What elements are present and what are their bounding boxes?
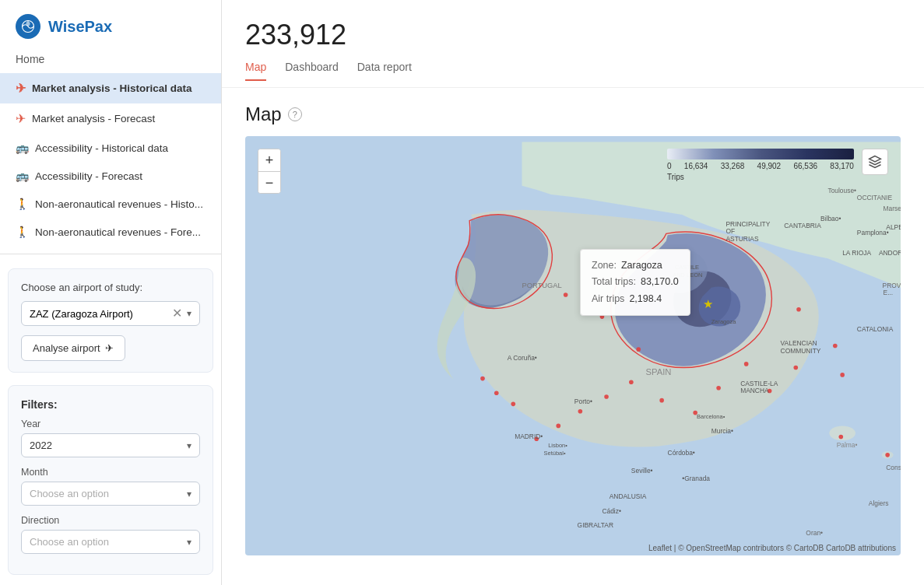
svg-text:SPAIN: SPAIN <box>646 367 672 377</box>
airport-chevron-icon: ▾ <box>187 308 191 319</box>
nav-item-accessibility-historical[interactable]: 🚌 Accessibility - Historical data <box>0 134 221 162</box>
airport-select-box[interactable]: ZAZ (Zaragoza Airport) ✕ ▾ <box>21 301 200 326</box>
svg-text:Oran•: Oran• <box>806 529 823 537</box>
map-help-icon[interactable]: ? <box>288 107 302 121</box>
year-filter-group: Year 2022 ▾ <box>21 419 200 457</box>
nav-label-non-aero-forecast: Non-aeronautical revenues - Fore... <box>35 226 201 238</box>
tab-map[interactable]: Map <box>245 61 266 81</box>
scale-unit: Trips <box>667 173 854 181</box>
svg-text:Toulouse•: Toulouse• <box>827 187 856 194</box>
svg-point-15 <box>480 377 485 381</box>
svg-text:COMMUNITY: COMMUNITY <box>781 347 821 355</box>
nav-label-non-aero-historical: Non-aeronautical revenues - Histo... <box>35 198 203 210</box>
map-title: Map ? <box>245 103 901 125</box>
direction-chevron-icon: ▾ <box>187 537 191 548</box>
map-title-text: Map <box>245 103 282 125</box>
map-tooltip: Zone: Zaragoza Total trips: 83,170.0 Air… <box>580 249 690 316</box>
svg-point-66 <box>885 453 890 457</box>
svg-text:OCCITANIE: OCCITANIE <box>857 194 893 201</box>
scale-label-0: 0 <box>667 162 672 170</box>
direction-filter-label: Direction <box>21 515 200 526</box>
tab-data-report[interactable]: Data report <box>357 61 412 81</box>
nav-label-market-historical: Market analysis - Historical data <box>32 82 192 94</box>
svg-point-13 <box>511 402 515 407</box>
sidebar: WisePax Home ✈ Market analysis - Histori… <box>0 0 222 585</box>
airport-clear-button[interactable]: ✕ <box>170 307 184 320</box>
month-filter-group: Month Choose an option ▾ <box>21 467 200 506</box>
direction-placeholder: Choose an option <box>30 536 109 548</box>
airport-panel: Choose an airport of study: ZAZ (Zaragoz… <box>8 268 213 373</box>
svg-point-4 <box>744 362 749 366</box>
year-chevron-icon: ▾ <box>187 440 191 451</box>
airport-panel-label: Choose an airport of study: <box>21 282 200 293</box>
main-metric-number: 233,912 <box>245 19 901 51</box>
svg-point-5 <box>716 386 721 391</box>
tab-dashboard[interactable]: Dashboard <box>285 61 339 81</box>
svg-point-11 <box>556 424 560 429</box>
home-link[interactable]: Home <box>0 48 221 73</box>
scale-label-1: 16,634 <box>684 162 708 170</box>
direction-filter-select[interactable]: Choose an option ▾ <box>21 530 200 554</box>
analyse-btn-label: Analyse airport <box>33 342 100 354</box>
zoom-out-button[interactable]: − <box>258 171 280 193</box>
svg-text:Lisbon•: Lisbon• <box>548 442 567 449</box>
svg-text:Constantini...: Constantini... <box>886 464 901 471</box>
tabs-row: Map Dashboard Data report <box>245 61 901 81</box>
svg-text:GIBRALTAR: GIBRALTAR <box>578 521 613 529</box>
layer-toggle-button[interactable] <box>862 149 888 175</box>
svg-point-7 <box>659 398 664 403</box>
svg-text:Palma•: Palma• <box>837 441 858 449</box>
svg-text:ANDALUSIA: ANDALUSIA <box>610 492 647 500</box>
svg-text:Pamplona•: Pamplona• <box>857 229 889 236</box>
svg-text:LA RIOJA: LA RIOJA <box>842 249 871 257</box>
month-filter-select[interactable]: Choose an option ▾ <box>21 482 200 506</box>
svg-text:ANDORRA: ANDORRA <box>879 249 901 257</box>
bus-icon-2: 🚌 <box>16 170 29 182</box>
plane-icon-1: ✈ <box>16 81 26 96</box>
nav-item-accessibility-forecast[interactable]: 🚌 Accessibility - Forecast <box>0 162 221 190</box>
svg-text:Seville•: Seville• <box>631 467 653 475</box>
nav-item-non-aero-forecast[interactable]: 🚶 Non-aeronautical revenues - Fore... <box>0 218 221 246</box>
scale-labels: 0 16,634 33,268 49,902 66,536 83,170 <box>667 162 854 170</box>
month-chevron-icon: ▾ <box>187 489 191 499</box>
year-filter-label: Year <box>21 419 200 429</box>
zoom-in-button[interactable]: + <box>258 149 280 171</box>
nav-divider <box>0 254 221 254</box>
svg-text:PORTUGAL: PORTUGAL <box>522 282 562 289</box>
nav-item-non-aero-historical[interactable]: 🚶 Non-aeronautical revenues - Histo... <box>0 190 221 218</box>
direction-filter-group: Direction Choose an option ▾ <box>21 515 200 554</box>
svg-point-67 <box>838 435 843 440</box>
svg-text:Córdoba•: Córdoba• <box>668 449 695 457</box>
plane-icon-2: ✈ <box>16 111 26 126</box>
year-selected-value: 2022 <box>30 440 52 451</box>
svg-point-10 <box>578 409 583 414</box>
analyse-airport-button[interactable]: Analyse airport ✈ <box>21 335 125 361</box>
map-container[interactable]: ★ PRINCIPALITY OF ASTURIAS CANTABRIA Bil… <box>245 136 901 555</box>
nav-item-market-forecast[interactable]: ✈ Market analysis - Forecast <box>0 103 221 134</box>
year-filter-select[interactable]: 2022 ▾ <box>21 433 200 457</box>
nav-label-accessibility-historical: Accessibility - Historical data <box>35 142 168 154</box>
svg-text:MADRID•: MADRID• <box>515 433 543 440</box>
map-svg: ★ PRINCIPALITY OF ASTURIAS CANTABRIA Bil… <box>245 136 901 555</box>
tooltip-zone-value: Zaragoza <box>621 257 662 274</box>
svg-text:★: ★ <box>704 297 714 310</box>
tooltip-total-value: 83,170.0 <box>641 274 679 290</box>
airport-select-row: ZAZ (Zaragoza Airport) ✕ ▾ <box>21 301 200 326</box>
svg-point-2 <box>793 366 798 370</box>
month-filter-label: Month <box>21 467 200 478</box>
analyse-plane-icon: ✈ <box>105 342 114 354</box>
svg-text:Marseille•: Marseille• <box>884 205 901 212</box>
svg-text:Bilbao•: Bilbao• <box>820 215 841 222</box>
month-placeholder: Choose an option <box>30 488 109 499</box>
airport-selected-value: ZAZ (Zaragoza Airport) <box>30 308 133 320</box>
svg-text:Barcelona•: Barcelona• <box>697 413 725 420</box>
svg-text:CATALONIA: CATALONIA <box>857 325 894 333</box>
svg-text:Zaragoza: Zaragoza <box>711 318 736 325</box>
main-header: 233,912 Map Dashboard Data report <box>222 0 924 88</box>
svg-text:A Coruña•: A Coruña• <box>508 354 537 362</box>
app-logo-text: WisePax <box>48 18 112 36</box>
svg-point-14 <box>494 391 499 396</box>
nav-item-market-historical[interactable]: ✈ Market analysis - Historical data <box>0 73 221 103</box>
logo-icon <box>16 14 40 39</box>
svg-text:Setúbal•: Setúbal• <box>544 450 566 457</box>
